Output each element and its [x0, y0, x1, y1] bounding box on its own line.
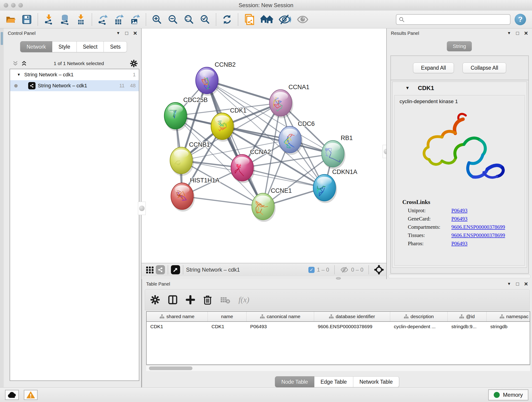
network-row[interactable]: String Network – cdk1 11 48 [10, 80, 139, 91]
dock-grip[interactable] [1, 32, 3, 45]
column-header-canonical-name[interactable]: canonical name [247, 312, 314, 321]
search-input[interactable] [406, 16, 508, 23]
tab-network-table[interactable]: Network Table [353, 376, 399, 387]
zoom-fit-button[interactable] [183, 13, 195, 26]
column-header-shared-name[interactable]: shared name [147, 312, 208, 321]
column-header-name[interactable]: name [208, 312, 247, 321]
birdseye-view-button[interactable] [171, 265, 180, 274]
panel-menu-icon[interactable]: ▼ [507, 31, 511, 36]
save-session-button[interactable] [21, 13, 33, 26]
export-table-button[interactable] [113, 13, 125, 26]
zoom-out-button[interactable] [167, 13, 179, 26]
panel-close-icon[interactable]: × [133, 30, 137, 36]
panel-menu-icon[interactable]: ▼ [507, 282, 511, 286]
table-cell[interactable]: P06493 [247, 322, 314, 332]
import-table-file-button[interactable] [75, 13, 87, 26]
hide-selected-eye-button[interactable] [278, 13, 292, 26]
help-button[interactable]: ? [515, 14, 526, 25]
panel-close-icon[interactable]: × [524, 281, 528, 287]
horizontal-splitter-grip[interactable] [336, 277, 341, 280]
left-splitter-grip[interactable] [138, 202, 146, 215]
refresh-layout-button[interactable] [221, 13, 233, 26]
show-columns-icon[interactable] [168, 295, 177, 305]
column-header-namespac[interactable]: namespac [487, 312, 530, 321]
panel-float-icon[interactable]: □ [516, 281, 519, 287]
tab-network[interactable]: Network [20, 41, 52, 52]
gene-section-header[interactable]: ▼ CDK1 [393, 82, 527, 94]
zoom-selected-button[interactable] [199, 13, 211, 26]
memory-button[interactable]: Memory [488, 389, 528, 400]
network-node-CCNB2[interactable]: CCNB2 [196, 61, 236, 96]
table-cell[interactable]: stringdb:9... [448, 322, 487, 332]
table-settings-gear-icon[interactable] [151, 295, 160, 304]
open-session-button[interactable] [5, 13, 17, 26]
table-cell[interactable]: 9606.ENSP00000378699 [314, 322, 390, 332]
collection-expand-icon[interactable]: ▼ [17, 73, 21, 77]
table-cell[interactable]: CDK1 [208, 322, 247, 332]
panel-close-icon[interactable]: × [524, 30, 528, 36]
tab-edge-table[interactable]: Edge Table [314, 376, 353, 387]
network-node-CCNE1[interactable]: CCNE1 [252, 187, 292, 222]
collapse-all-button[interactable]: Collapse All [462, 63, 506, 73]
export-network-button[interactable] [97, 13, 109, 26]
node-label: CCNB1 [189, 141, 210, 148]
share-network-button[interactable] [156, 265, 165, 274]
column-header-database-identifier[interactable]: database identifier [314, 312, 390, 321]
toolbar-search[interactable] [396, 14, 510, 25]
add-column-plus-icon[interactable] [186, 295, 195, 304]
expand-all-button[interactable]: Expand All [413, 63, 454, 73]
tab-style[interactable]: Style [52, 41, 76, 52]
expand-all-chevrons-icon[interactable] [21, 60, 27, 67]
delete-column-trash-icon[interactable] [203, 295, 212, 305]
network-node-HIST1H1A[interactable]: HIST1H1A [171, 177, 220, 211]
show-all-eye-button[interactable] [296, 13, 310, 26]
collapse-all-chevrons-icon[interactable] [12, 60, 19, 67]
panel-menu-icon[interactable]: ▼ [116, 31, 120, 36]
export-image-button[interactable] [129, 13, 141, 26]
crosslink-link[interactable]: 9606.ENSP00000378699 [451, 232, 505, 238]
footer-separator [334, 265, 335, 274]
column-header-@id[interactable]: @id [448, 312, 487, 321]
network-node-CDKN1A[interactable]: CDKN1A [313, 168, 357, 203]
network-node-CDC25B[interactable]: CDC25B [164, 96, 208, 131]
column-header-description[interactable]: description [390, 312, 448, 321]
navigator-crosshair-icon[interactable] [374, 265, 384, 275]
import-network-file-button[interactable] [43, 13, 55, 26]
network-node-CCNA1[interactable]: CCNA1 [269, 84, 310, 118]
network-collection-row[interactable]: ▼ String Network – cdk1 1 [10, 69, 139, 80]
section-expand-icon[interactable]: ▼ [405, 85, 410, 90]
table-cell[interactable]: stringdb [487, 322, 530, 332]
results-button-row: Expand All Collapse All [391, 56, 528, 80]
table-cell[interactable]: CDK1 [147, 322, 208, 332]
grid-view-icon[interactable] [146, 266, 154, 274]
selected-checkbox-icon[interactable]: ✓ [308, 267, 315, 273]
crosslink-link[interactable]: 9606.ENSP00000378699 [451, 224, 505, 230]
tab-string[interactable]: String [447, 41, 472, 51]
tab-sets[interactable]: Sets [104, 41, 127, 52]
network-edge[interactable] [207, 80, 263, 206]
panel-float-icon[interactable]: □ [516, 31, 519, 36]
results-scrollbar[interactable] [388, 274, 531, 278]
string-app-button[interactable] [243, 13, 256, 26]
zoom-in-button[interactable] [151, 13, 163, 26]
footer-separator [183, 265, 183, 274]
cloud-button[interactable] [5, 390, 19, 400]
home-houses-button[interactable] [260, 13, 274, 26]
network-node-RB1[interactable]: RB1 [322, 134, 353, 169]
import-network-database-button[interactable] [59, 13, 71, 26]
memory-label: Memory [503, 392, 523, 398]
crosslink-link[interactable]: P06493 [451, 208, 467, 214]
crosslink-link[interactable]: P06493 [451, 216, 467, 222]
network-node-CDK1[interactable]: CDK1 [211, 107, 247, 142]
warnings-button[interactable] [24, 390, 38, 400]
table-horizontal-scrollbar[interactable] [146, 365, 530, 371]
table-cell[interactable]: cyclin-dependent ... [390, 322, 448, 332]
scrollbar-thumb[interactable] [149, 366, 192, 370]
gear-icon[interactable] [130, 60, 138, 67]
network-canvas[interactable]: CCNB2CCNA1CDC25BCDK1CDC6RB1CCNB1CCNA2CDK… [142, 28, 386, 263]
table-row[interactable]: CDK1CDK1P064939606.ENSP00000378699cyclin… [147, 322, 530, 332]
crosslink-link[interactable]: P06493 [451, 241, 467, 247]
tab-node-table[interactable]: Node Table [275, 376, 314, 387]
tab-select[interactable]: Select [77, 41, 104, 52]
panel-float-icon[interactable]: □ [125, 31, 128, 36]
